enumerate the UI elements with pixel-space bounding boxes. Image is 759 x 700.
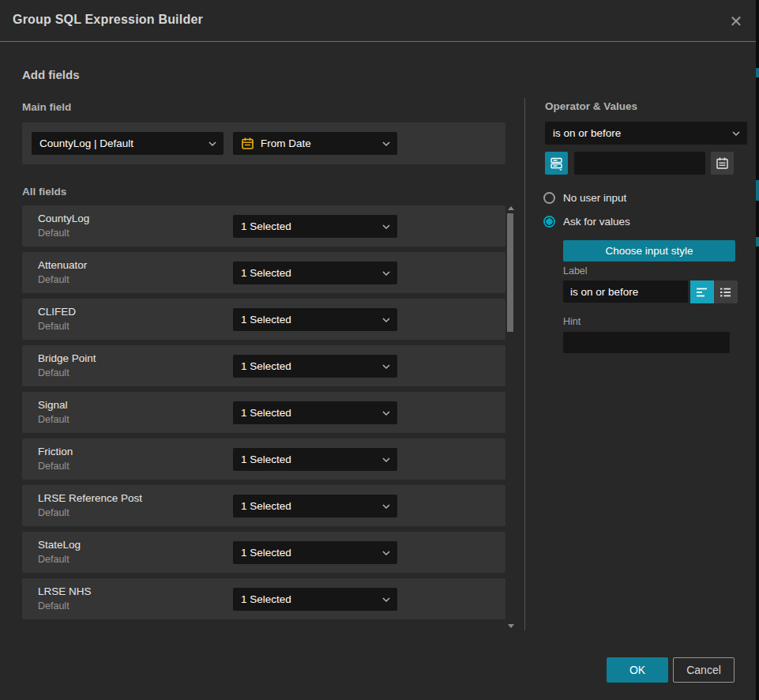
radio-circle-icon (543, 192, 555, 204)
field-sublabel: Default (38, 321, 70, 332)
field-values-select-value: 1 Selected (241, 593, 291, 605)
field-values-select-value: 1 Selected (241, 267, 291, 279)
add-fields-heading: Add fields (22, 68, 80, 81)
chevron-down-icon (382, 550, 390, 556)
background-accent-fragment (756, 237, 759, 247)
layer-select[interactable]: CountyLog | Default (32, 132, 224, 155)
input-style-text-button[interactable] (690, 280, 714, 303)
dialog-title: Group SQL Expression Builder (13, 13, 203, 27)
field-values-select[interactable]: 1 Selected (233, 262, 397, 284)
date-picker-button[interactable] (711, 152, 734, 175)
field-sublabel: Default (38, 507, 70, 518)
field-values-select[interactable]: 1 Selected (233, 215, 397, 238)
operator-select[interactable]: is on or before (545, 122, 747, 145)
field-name: CountyLog (38, 213, 89, 224)
chevron-down-icon (382, 141, 390, 147)
calendar-icon (241, 137, 254, 150)
main-field-bar: CountyLog | Default From Date (22, 122, 505, 164)
scroll-up-arrow-icon[interactable] (508, 206, 514, 210)
field-values-select-value: 1 Selected (241, 547, 291, 559)
ok-button[interactable]: OK (607, 657, 668, 683)
unique-values-button[interactable] (545, 152, 568, 175)
chevron-down-icon (382, 224, 390, 230)
all-fields-label: All fields (22, 186, 66, 198)
label-input[interactable] (563, 280, 688, 303)
scroll-down-arrow-icon[interactable] (508, 624, 514, 628)
radio-label: No user input (563, 192, 626, 204)
operator-values-heading: Operator & Values (545, 100, 637, 112)
field-name: LRSE Reference Post (38, 492, 142, 504)
field-values-select-value: 1 Selected (241, 453, 291, 465)
field-name: Bridge Point (38, 352, 96, 364)
panel-divider (524, 98, 525, 630)
dialog-titlebar: Group SQL Expression Builder ✕ (0, 0, 756, 42)
field-values-select-value: 1 Selected (241, 407, 291, 419)
list-item: StateLog Default 1 Selected (22, 532, 505, 573)
operator-select-value: is on or before (553, 127, 621, 139)
field-name: Friction (38, 446, 73, 457)
field-values-select[interactable]: 1 Selected (233, 355, 397, 378)
chevron-down-icon (209, 141, 216, 147)
chevron-down-icon (382, 503, 390, 510)
chevron-down-icon (382, 363, 390, 370)
field-values-select-value: 1 Selected (241, 360, 291, 372)
field-values-select[interactable]: 1 Selected (233, 541, 397, 564)
date-value-input[interactable] (574, 152, 705, 175)
field-values-select[interactable]: 1 Selected (233, 495, 397, 517)
scrollbar-thumb[interactable] (507, 213, 513, 332)
radio-label: Ask for values (563, 216, 630, 228)
all-fields-list: CountyLog Default 1 Selected Attenuator … (22, 205, 505, 625)
list-item: Bridge Point Default 1 Selected (22, 345, 505, 386)
field-sublabel: Default (38, 600, 70, 612)
list-item: CLIFED Default 1 Selected (22, 299, 505, 340)
field-sublabel: Default (38, 554, 70, 565)
chevron-down-icon (382, 597, 390, 603)
main-field-select-value: From Date (261, 137, 311, 149)
align-left-icon (696, 287, 708, 298)
input-style-list-button[interactable] (714, 280, 738, 303)
radio-circle-checked-icon (543, 216, 555, 228)
close-icon[interactable]: ✕ (726, 11, 746, 32)
unique-values-icon (550, 156, 564, 171)
list-item: Attenuator Default 1 Selected (22, 252, 505, 293)
field-name: Attenuator (38, 259, 87, 271)
field-sublabel: Default (38, 414, 70, 425)
main-field-select[interactable]: From Date (233, 132, 397, 155)
radio-ask-for-values[interactable]: Ask for values (543, 216, 630, 228)
list-item: Friction Default 1 Selected (22, 438, 505, 480)
background-page-sliver (756, 0, 759, 700)
background-accent-fragment (756, 68, 759, 77)
radio-no-user-input[interactable]: No user input (543, 192, 626, 204)
field-values-select-value: 1 Selected (241, 220, 291, 232)
hint-input[interactable] (563, 332, 730, 353)
list-scrollbar[interactable] (506, 204, 515, 630)
field-values-select[interactable]: 1 Selected (233, 588, 397, 611)
calendar-icon (716, 156, 729, 170)
field-name: Signal (38, 399, 68, 411)
list-item: LRSE Reference Post Default 1 Selected (22, 485, 505, 526)
field-name: StateLog (38, 539, 81, 551)
choose-input-style-button[interactable]: Choose input style (563, 240, 735, 262)
background-accent-fragment (756, 180, 759, 201)
field-values-select-value: 1 Selected (241, 314, 291, 326)
label-caption: Label (563, 265, 588, 277)
field-values-select-value: 1 Selected (241, 500, 291, 512)
list-icon (720, 287, 732, 298)
layer-select-value: CountyLog | Default (39, 137, 133, 149)
list-item: Signal Default 1 Selected (22, 392, 505, 433)
field-values-select[interactable]: 1 Selected (233, 448, 397, 471)
field-sublabel: Default (38, 367, 70, 378)
chevron-down-icon (382, 270, 390, 277)
field-name: LRSE NHS (38, 585, 92, 597)
chevron-down-icon (732, 130, 740, 137)
field-sublabel: Default (38, 228, 70, 239)
hint-caption: Hint (563, 316, 581, 327)
cancel-button[interactable]: Cancel (673, 657, 735, 683)
list-item: CountyLog Default 1 Selected (22, 205, 505, 247)
field-sublabel: Default (38, 274, 70, 285)
group-sql-expression-builder-dialog: Group SQL Expression Builder ✕ Add field… (0, 0, 759, 700)
chevron-down-icon (382, 457, 390, 463)
field-values-select[interactable]: 1 Selected (233, 401, 397, 424)
list-item: LRSE NHS Default 1 Selected (22, 578, 505, 619)
field-values-select[interactable]: 1 Selected (233, 308, 397, 331)
